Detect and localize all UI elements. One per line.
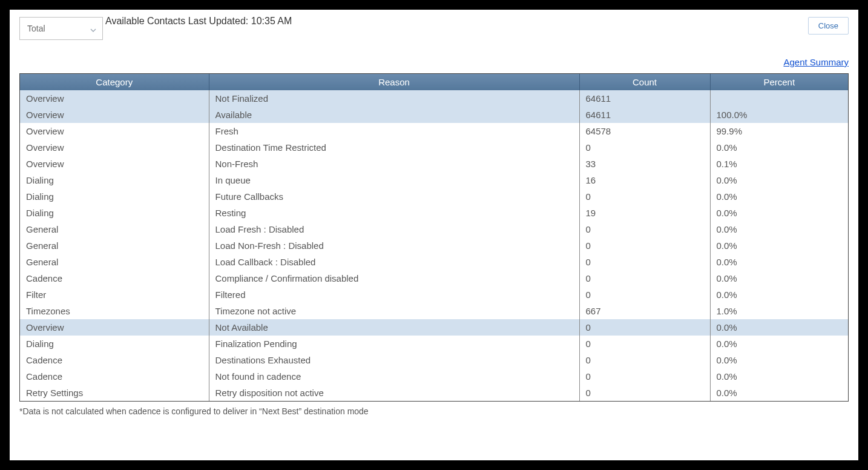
cell-reason: Future Callbacks xyxy=(209,188,579,205)
cell-category: Overview xyxy=(20,90,209,107)
table-row: OverviewFresh6457899.9% xyxy=(20,123,848,139)
contacts-table-wrap: Category Reason Count Percent OverviewNo… xyxy=(19,73,849,402)
cell-percent: 1.0% xyxy=(710,303,848,319)
col-header-percent[interactable]: Percent xyxy=(710,74,848,90)
table-row: CadenceDestinations Exhausted00.0% xyxy=(20,352,848,368)
footnote: *Data is not calculated when cadence is … xyxy=(19,406,849,416)
cell-reason: Not Available xyxy=(209,319,579,336)
cell-percent: 0.0% xyxy=(710,188,848,205)
col-header-count[interactable]: Count xyxy=(579,74,710,90)
table-row: OverviewNon-Fresh330.1% xyxy=(20,156,848,172)
cell-reason: Fresh xyxy=(209,123,579,139)
cell-category: General xyxy=(20,254,209,270)
cell-reason: Retry disposition not active xyxy=(209,385,579,401)
cell-category: Cadence xyxy=(20,352,209,368)
cell-percent: 0.0% xyxy=(710,352,848,368)
cell-count: 0 xyxy=(579,254,710,270)
cell-reason: Not found in cadence xyxy=(209,368,579,385)
cell-count: 0 xyxy=(579,385,710,401)
agent-summary-link[interactable]: Agent Summary xyxy=(783,57,849,67)
cell-count: 64578 xyxy=(579,123,710,139)
table-header-row: Category Reason Count Percent xyxy=(20,74,848,90)
table-row: FilterFiltered00.0% xyxy=(20,286,848,303)
cell-percent: 0.0% xyxy=(710,270,848,286)
scope-dropdown-value: Total xyxy=(27,24,45,33)
close-button[interactable]: Close xyxy=(808,17,849,35)
cell-count: 19 xyxy=(579,205,710,221)
top-bar: Total Available Contacts Last Updated: 1… xyxy=(19,17,849,40)
last-updated-label: Available Contacts Last Updated: 10:35 A… xyxy=(105,16,292,27)
cell-percent: 0.0% xyxy=(710,221,848,237)
table-row: OverviewNot Available00.0% xyxy=(20,319,848,336)
cell-percent: 0.0% xyxy=(710,172,848,188)
cell-count: 0 xyxy=(579,319,710,336)
cell-category: Overview xyxy=(20,123,209,139)
cell-reason: Load Callback : Disabled xyxy=(209,254,579,270)
cell-reason: Timezone not active xyxy=(209,303,579,319)
cell-count: 0 xyxy=(579,270,710,286)
cell-percent: 0.0% xyxy=(710,237,848,254)
dialog-panel: Total Available Contacts Last Updated: 1… xyxy=(10,10,858,460)
cell-reason: Load Fresh : Disabled xyxy=(209,221,579,237)
cell-percent: 100.0% xyxy=(710,107,848,123)
cell-category: Dialing xyxy=(20,188,209,205)
cell-reason: Filtered xyxy=(209,286,579,303)
cell-count: 16 xyxy=(579,172,710,188)
cell-count: 0 xyxy=(579,139,710,156)
table-body: OverviewNot Finalized64611OverviewAvaila… xyxy=(20,90,848,401)
cell-percent: 0.0% xyxy=(710,336,848,352)
table-row: Retry SettingsRetry disposition not acti… xyxy=(20,385,848,401)
cell-category: General xyxy=(20,237,209,254)
cell-count: 0 xyxy=(579,286,710,303)
link-row: Agent Summary xyxy=(19,57,849,67)
cell-count: 0 xyxy=(579,188,710,205)
table-row: OverviewDestination Time Restricted00.0% xyxy=(20,139,848,156)
cell-category: Retry Settings xyxy=(20,385,209,401)
cell-category: Dialing xyxy=(20,172,209,188)
contacts-table: Category Reason Count Percent OverviewNo… xyxy=(20,74,848,401)
cell-percent: 0.0% xyxy=(710,368,848,385)
cell-count: 0 xyxy=(579,368,710,385)
cell-count: 64611 xyxy=(579,90,710,107)
table-row: OverviewAvailable64611100.0% xyxy=(20,107,848,123)
cell-percent: 0.0% xyxy=(710,286,848,303)
cell-category: Overview xyxy=(20,156,209,172)
cell-reason: Destinations Exhausted xyxy=(209,352,579,368)
table-row: DialingFinalization Pending00.0% xyxy=(20,336,848,352)
cell-count: 0 xyxy=(579,336,710,352)
cell-percent xyxy=(710,90,848,107)
cell-category: Dialing xyxy=(20,336,209,352)
table-row: GeneralLoad Fresh : Disabled00.0% xyxy=(20,221,848,237)
table-row: DialingFuture Callbacks00.0% xyxy=(20,188,848,205)
table-row: OverviewNot Finalized64611 xyxy=(20,90,848,107)
cell-reason: In queue xyxy=(209,172,579,188)
cell-reason: Finalization Pending xyxy=(209,336,579,352)
top-left: Total Available Contacts Last Updated: 1… xyxy=(19,17,292,40)
table-row: CadenceCompliance / Confirmation disable… xyxy=(20,270,848,286)
cell-percent: 0.0% xyxy=(710,254,848,270)
cell-reason: Non-Fresh xyxy=(209,156,579,172)
cell-category: Overview xyxy=(20,107,209,123)
cell-percent: 0.0% xyxy=(710,139,848,156)
cell-reason: Resting xyxy=(209,205,579,221)
cell-percent: 0.0% xyxy=(710,319,848,336)
table-row: CadenceNot found in cadence00.0% xyxy=(20,368,848,385)
cell-reason: Not Finalized xyxy=(209,90,579,107)
col-header-category[interactable]: Category xyxy=(20,74,209,90)
cell-percent: 0.1% xyxy=(710,156,848,172)
col-header-reason[interactable]: Reason xyxy=(209,74,579,90)
cell-category: Filter xyxy=(20,286,209,303)
cell-reason: Available xyxy=(209,107,579,123)
table-row: DialingResting190.0% xyxy=(20,205,848,221)
cell-count: 667 xyxy=(579,303,710,319)
cell-percent: 0.0% xyxy=(710,205,848,221)
cell-category: Dialing xyxy=(20,205,209,221)
cell-reason: Load Non-Fresh : Disabled xyxy=(209,237,579,254)
table-row: GeneralLoad Callback : Disabled00.0% xyxy=(20,254,848,270)
scope-dropdown[interactable]: Total xyxy=(19,17,103,40)
table-row: DialingIn queue160.0% xyxy=(20,172,848,188)
cell-count: 64611 xyxy=(579,107,710,123)
cell-category: General xyxy=(20,221,209,237)
cell-category: Timezones xyxy=(20,303,209,319)
cell-category: Overview xyxy=(20,139,209,156)
